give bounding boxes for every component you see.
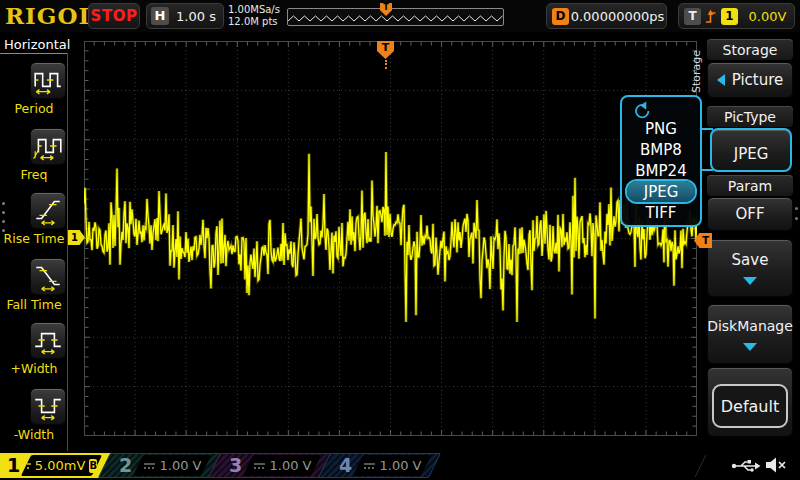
trigger-status-box[interactable]: T 1 0.00V: [678, 3, 795, 29]
dc-coupling-icon: [253, 461, 266, 471]
popup-item-bmp8[interactable]: BMP8: [627, 139, 695, 160]
fall-time-icon: [32, 259, 64, 293]
popup-item-tiff[interactable]: TIFF: [627, 202, 695, 223]
menu-item-label: Rise Time: [0, 231, 68, 246]
channel1-waveform-trace: [84, 41, 697, 436]
channel-3-number: 3: [229, 453, 242, 478]
delay-icon: D: [552, 8, 569, 25]
dc-coupling-icon: [143, 461, 156, 471]
diskmanage-softkey[interactable]: DiskManage: [707, 304, 793, 364]
waveform-display-area: [84, 41, 697, 436]
run-stop-status[interactable]: STOP: [88, 3, 140, 29]
default-label: Default: [721, 397, 779, 416]
pictype-popup-menu: PNG BMP8 BMP24 JPEG TIFF: [620, 95, 702, 227]
channel-3-scale: 1.00 V: [270, 458, 312, 473]
channel-4-scale: 1.00 V: [380, 458, 422, 473]
memory-waveform-preview[interactable]: [287, 8, 504, 26]
pictype-softkey[interactable]: JPEG: [710, 128, 792, 172]
preview-wave-icon: [288, 9, 503, 25]
timebase-value: 1.00 s: [169, 9, 223, 24]
oscilloscope-screen: RIGOL STOP H 1.00 s 1.00MSa/s 12.0M pts …: [0, 0, 800, 480]
popup-item-png[interactable]: PNG: [627, 118, 695, 139]
plus-width-button[interactable]: [30, 322, 66, 359]
save-label: Save: [732, 251, 769, 269]
rise-time-button[interactable]: [30, 192, 66, 229]
chevron-left-icon: [717, 74, 725, 86]
storage-type-softkey[interactable]: Picture: [707, 62, 793, 98]
fall-time-button[interactable]: [30, 258, 66, 295]
storage-section-title: Storage: [707, 39, 793, 60]
delay-box[interactable]: D 0.00000000ps: [546, 3, 667, 29]
rotate-ccw-icon: [629, 101, 651, 119]
left-function-menu: Horizontal Period Fr: [0, 32, 82, 480]
channel-4-scale-box: 1.00 V: [353, 455, 431, 476]
channel-2-scale: 1.00 V: [160, 458, 202, 473]
trigger-source-badge: 1: [721, 8, 738, 25]
channel-3-tab[interactable]: 1.00 V 3: [222, 453, 329, 478]
channel-4-tab[interactable]: 1.00 V 4: [332, 453, 439, 478]
dc-coupling-icon: [363, 461, 376, 471]
channel1-offset-marker[interactable]: 1: [68, 230, 85, 245]
menu-item-label: -Width: [0, 427, 68, 442]
chevron-down-icon: [743, 343, 757, 351]
panel-dot: [795, 207, 798, 210]
rigol-logo: RIGOL: [5, 2, 96, 29]
period-button[interactable]: [30, 62, 66, 99]
channel-2-number: 2: [119, 453, 132, 478]
dc-coupling-icon: [26, 461, 31, 471]
plus-width-icon: [32, 323, 64, 357]
channel-3-scale-box: 1.00 V: [243, 455, 321, 476]
panel-dot: [795, 217, 798, 220]
memory-depth: 12.0M pts: [228, 16, 280, 28]
horizontal-key-icon: H: [151, 7, 169, 25]
popup-item-bmp24[interactable]: BMP24: [627, 160, 695, 181]
menu-item-rise-time: Rise Time: [0, 192, 68, 246]
param-softkey[interactable]: OFF: [707, 197, 793, 231]
menu-item-label: +Width: [0, 361, 68, 376]
menu-item-plus-width: +Width: [0, 322, 68, 376]
menu-item-label: Period: [0, 101, 68, 116]
pictype-value: JPEG: [734, 145, 769, 163]
usb-icon: [731, 458, 761, 474]
period-icon: [32, 63, 64, 97]
pictype-section-title: PicType: [707, 106, 793, 127]
rising-edge-icon: [704, 8, 717, 25]
horizontal-timebase-box[interactable]: H 1.00 s: [146, 3, 224, 29]
delay-value: 0.00000000ps: [569, 9, 666, 24]
menu-item-fall-time: Fall Time: [0, 258, 68, 312]
storage-type-value: Picture: [732, 71, 784, 89]
sample-rate: 1.00MSa/s: [228, 4, 280, 16]
speaker-muted-icon: [765, 455, 789, 475]
trigger-icon: T: [684, 8, 701, 25]
minus-width-icon: [32, 389, 64, 423]
channel-1-tab[interactable]: 5.00mV B 1: [0, 453, 110, 478]
channel-status-bar: 5.00mV B 1 1.00 V 2: [0, 452, 800, 480]
bandwidth-limit-badge: B: [89, 459, 97, 473]
run-state-label: STOP: [91, 7, 138, 25]
chevron-down-icon: [743, 277, 757, 285]
status-separator: [695, 455, 707, 477]
channel-1-scale: 5.00mV: [35, 458, 86, 473]
rise-time-icon: [32, 193, 64, 227]
menu-item-freq: Freq: [0, 128, 68, 182]
menu-item-minus-width: -Width: [0, 388, 68, 442]
popup-item-jpeg-selected[interactable]: JPEG: [627, 181, 695, 202]
param-section-title: Param: [707, 175, 793, 196]
menu-item-period: Period: [0, 62, 68, 116]
menu-title: Horizontal: [4, 37, 70, 52]
param-value: OFF: [735, 205, 764, 223]
diskmanage-label: DiskManage: [707, 318, 793, 334]
save-softkey[interactable]: Save: [707, 239, 793, 297]
default-softkey[interactable]: Default: [712, 384, 788, 428]
channel-2-tab[interactable]: 1.00 V 2: [112, 453, 219, 478]
top-status-bar: RIGOL STOP H 1.00 s 1.00MSa/s 12.0M pts …: [0, 0, 800, 32]
menu-frame: [0, 53, 67, 54]
freq-button[interactable]: [30, 128, 66, 165]
menu-scroll-dots: [2, 196, 5, 238]
channel-2-scale-box: 1.00 V: [133, 455, 211, 476]
channel-4-number: 4: [339, 453, 352, 478]
menu-item-label: Fall Time: [0, 297, 68, 312]
channel-1-scale-box: 5.00mV B: [21, 455, 102, 476]
minus-width-button[interactable]: [30, 388, 66, 425]
channel-1-number: 1: [7, 453, 20, 478]
